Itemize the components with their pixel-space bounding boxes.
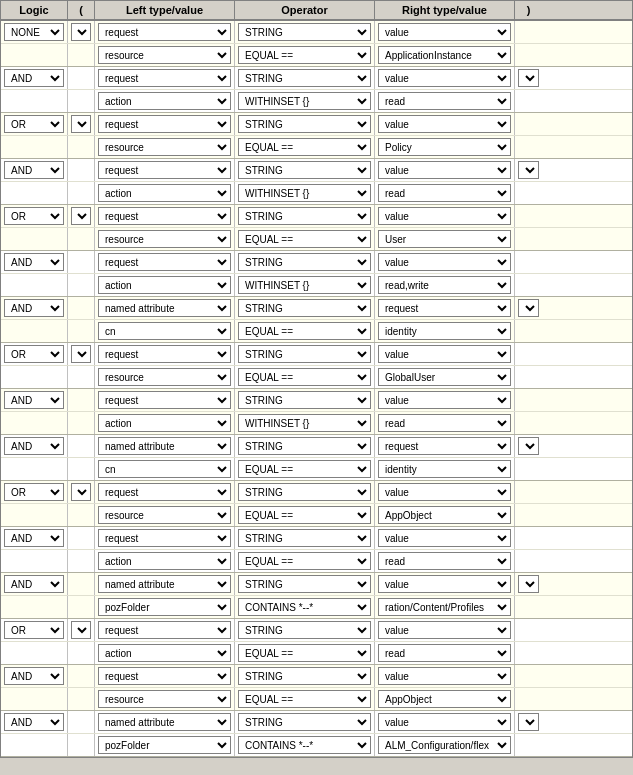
operator-cell[interactable]: WITHINSET {} [235,274,375,296]
left-type-cell[interactable]: request [95,113,235,135]
left-type-select[interactable]: named attribute [98,575,231,593]
left-type-cell[interactable]: request [95,205,235,227]
paren-left-cell[interactable]: ( [68,481,95,503]
logic-select[interactable]: AND [4,253,64,271]
operator-cell[interactable]: STRING [235,481,375,503]
right-value-select[interactable]: read [378,414,511,432]
left-type-cell[interactable]: action [95,550,235,572]
operator-cell[interactable]: WITHINSET {} [235,90,375,112]
right-type-select[interactable]: value [378,575,511,593]
operator-select[interactable]: EQUAL == [238,506,371,524]
logic-cell[interactable]: OR [1,481,68,503]
operator-cell[interactable]: CONTAINS *--* [235,734,375,756]
left-type-cell[interactable]: resource [95,504,235,526]
operator-select[interactable]: STRING [238,115,371,133]
right-type-cell[interactable]: ration/Content/Profiles [375,596,515,618]
operator-cell[interactable]: STRING [235,205,375,227]
logic-cell[interactable]: AND [1,665,68,687]
paren-right-cell[interactable]: ) [515,159,542,181]
paren-right-select[interactable]: ) [518,575,539,593]
operator-select[interactable]: STRING [238,713,371,731]
left-type-cell[interactable]: request [95,481,235,503]
right-type-select[interactable]: value [378,713,511,731]
right-type-cell[interactable]: value [375,481,515,503]
operator-select[interactable]: STRING [238,69,371,87]
left-type-select[interactable]: resource [98,506,231,524]
paren-right-select[interactable]: ) [518,299,539,317]
paren-left-cell[interactable]: ( [68,21,95,43]
operator-select[interactable]: STRING [238,161,371,179]
operator-cell[interactable]: EQUAL == [235,504,375,526]
right-type-cell[interactable]: value [375,67,515,89]
right-type-cell[interactable]: ALM_Configuration/flex [375,734,515,756]
left-type-select[interactable]: request [98,23,231,41]
right-type-cell[interactable]: value [375,113,515,135]
right-type-cell[interactable]: read [375,550,515,572]
right-type-cell[interactable]: value [375,527,515,549]
operator-select[interactable]: STRING [238,391,371,409]
paren-right-cell[interactable]: ) [515,67,542,89]
paren-right-select[interactable]: ) [518,713,539,731]
logic-cell[interactable]: AND [1,573,68,595]
left-type-cell[interactable]: cn [95,458,235,480]
logic-cell[interactable]: AND [1,389,68,411]
left-type-select[interactable]: named attribute [98,299,231,317]
left-type-select[interactable]: request [98,69,231,87]
left-type-select[interactable]: request [98,621,231,639]
operator-select[interactable]: EQUAL == [238,644,371,662]
left-type-cell[interactable]: named attribute [95,435,235,457]
left-type-select[interactable]: request [98,207,231,225]
left-type-select[interactable]: request [98,483,231,501]
operator-select[interactable]: CONTAINS *--* [238,736,371,754]
logic-select[interactable]: AND [4,437,64,455]
operator-cell[interactable]: EQUAL == [235,688,375,710]
right-type-cell[interactable]: ApplicationInstance [375,44,515,66]
operator-cell[interactable]: EQUAL == [235,642,375,664]
paren-right-cell[interactable]: ) [515,711,542,733]
logic-cell[interactable]: OR [1,113,68,135]
operator-cell[interactable]: STRING [235,113,375,135]
left-type-select[interactable]: named attribute [98,437,231,455]
paren-left-select[interactable]: ( [71,115,91,133]
left-type-select[interactable]: resource [98,138,231,156]
operator-cell[interactable]: STRING [235,711,375,733]
left-type-cell[interactable]: named attribute [95,573,235,595]
right-type-cell[interactable]: value [375,711,515,733]
right-value-select[interactable]: GlobalUser [378,368,511,386]
operator-cell[interactable]: STRING [235,573,375,595]
logic-select[interactable]: AND [4,69,64,87]
right-type-select[interactable]: value [378,253,511,271]
operator-cell[interactable]: EQUAL == [235,228,375,250]
left-type-cell[interactable]: request [95,389,235,411]
operator-cell[interactable]: STRING [235,527,375,549]
logic-select[interactable]: AND [4,713,64,731]
left-type-cell[interactable]: request [95,67,235,89]
right-type-select[interactable]: value [378,483,511,501]
right-value-select[interactable]: identity [378,322,511,340]
logic-select[interactable]: OR [4,483,64,501]
right-type-cell[interactable]: identity [375,458,515,480]
paren-right-cell[interactable]: ) [515,297,542,319]
left-type-cell[interactable]: action [95,274,235,296]
right-type-select[interactable]: value [378,207,511,225]
right-type-select[interactable]: value [378,161,511,179]
operator-select[interactable]: EQUAL == [238,552,371,570]
left-type-cell[interactable]: request [95,665,235,687]
right-type-cell[interactable]: identity [375,320,515,342]
logic-cell[interactable]: AND [1,159,68,181]
operator-select[interactable]: STRING [238,667,371,685]
logic-cell[interactable]: AND [1,527,68,549]
right-value-select[interactable]: Policy [378,138,511,156]
left-type-cell[interactable]: action [95,412,235,434]
operator-cell[interactable]: STRING [235,21,375,43]
logic-select[interactable]: AND [4,161,64,179]
left-type-select[interactable]: resource [98,368,231,386]
paren-left-select[interactable]: ( [71,23,91,41]
left-type-select[interactable]: request [98,667,231,685]
left-type-cell[interactable]: pozFolder [95,734,235,756]
right-type-select[interactable]: request [378,299,511,317]
operator-select[interactable]: EQUAL == [238,368,371,386]
left-type-cell[interactable]: request [95,343,235,365]
logic-cell[interactable]: AND [1,297,68,319]
left-type-cell[interactable]: action [95,182,235,204]
